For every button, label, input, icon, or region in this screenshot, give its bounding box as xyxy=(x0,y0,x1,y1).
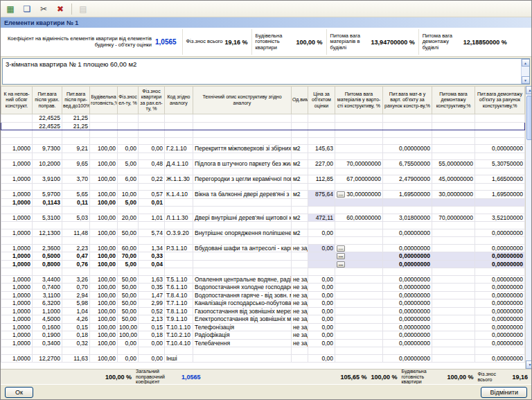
cell-d1[interactable] xyxy=(432,347,475,355)
ellipsis-button[interactable]: ... xyxy=(337,245,345,252)
cell-d1[interactable] xyxy=(432,284,475,292)
cell-w1[interactable]: 22,4525 xyxy=(33,122,62,130)
cell-desc[interactable]: Вікна та балконні двері дерев'яні з розд… xyxy=(193,191,292,199)
cell-we[interactable]: 50,00 xyxy=(118,307,139,315)
cell-code[interactable] xyxy=(165,130,193,138)
cell-w2[interactable]: 0,11 xyxy=(62,198,90,207)
cell-m1[interactable]: ... xyxy=(335,260,383,268)
cell-d1[interactable] xyxy=(432,122,475,130)
cell-unit[interactable] xyxy=(292,268,308,276)
cell-wa[interactable] xyxy=(139,137,165,145)
cell-unit[interactable] xyxy=(292,222,308,229)
cell-d2[interactable] xyxy=(475,183,525,191)
cell-d1[interactable]: 45,00000000 xyxy=(432,175,475,184)
cell-w1[interactable]: 0,8000 xyxy=(33,260,62,268)
cell-m2[interactable] xyxy=(383,183,432,191)
cell-d1[interactable] xyxy=(432,237,475,245)
cell-desc[interactable] xyxy=(193,153,292,160)
cell-rdy[interactable]: 100,00 xyxy=(90,175,118,184)
cell-code[interactable] xyxy=(165,260,193,268)
cell-k[interactable] xyxy=(1,137,33,145)
column-header[interactable]: Код згідно аналогу xyxy=(165,87,193,114)
cell-k[interactable]: 1,0000 xyxy=(1,214,33,222)
cell-desc[interactable] xyxy=(193,207,292,214)
cell-desc[interactable] xyxy=(193,198,292,207)
cell-k[interactable]: 1,0000 xyxy=(1,229,33,237)
cell-w1[interactable]: 9,7300 xyxy=(33,145,62,153)
cell-m1[interactable] xyxy=(335,229,383,237)
cell-rdy[interactable] xyxy=(90,168,118,175)
scroll-up-icon[interactable]: ▲ xyxy=(526,86,531,94)
cell-d1[interactable] xyxy=(432,299,475,308)
cell-m2[interactable]: 0,00000000 xyxy=(383,260,432,268)
cell-code[interactable] xyxy=(165,207,193,214)
cell-code[interactable]: О.3.9.20 xyxy=(165,229,193,237)
cell-unit[interactable]: не зад xyxy=(292,339,308,347)
cell-m1[interactable] xyxy=(335,237,383,245)
cell-desc[interactable] xyxy=(193,260,292,268)
cell-we[interactable]: 5,00 xyxy=(118,260,139,268)
cell-unit[interactable]: не зад xyxy=(292,315,308,324)
cell-m2[interactable] xyxy=(383,198,432,207)
cell-wa[interactable]: 2,99 xyxy=(139,299,165,308)
cell-desc[interactable]: Підлога в штучного паркету без жилок, з … xyxy=(193,160,292,168)
cell-k[interactable] xyxy=(1,268,33,276)
cell-d1[interactable] xyxy=(432,291,475,299)
cell-w1[interactable]: 0,1600 xyxy=(33,323,62,331)
cell-k[interactable] xyxy=(1,237,33,245)
cell-k[interactable] xyxy=(1,183,33,191)
cell-d2[interactable]: 0,00000000 xyxy=(475,229,525,237)
cell-code[interactable] xyxy=(165,198,193,207)
cell-code[interactable] xyxy=(165,222,193,229)
cell-d1[interactable] xyxy=(432,315,475,324)
cell-we[interactable]: 50,00 xyxy=(118,229,139,237)
cell-k[interactable]: 1,0000 xyxy=(1,291,33,299)
cell-code[interactable] xyxy=(165,153,193,160)
cell-unit[interactable]: не зад xyxy=(292,291,308,299)
cell-k[interactable] xyxy=(1,347,33,355)
cell-unit[interactable]: м2 xyxy=(292,191,308,199)
cell-rdy[interactable]: 100,00 xyxy=(90,307,118,315)
cell-w2[interactable] xyxy=(62,237,90,245)
cell-price[interactable] xyxy=(308,252,335,261)
cell-price[interactable] xyxy=(308,114,335,123)
cell-m2[interactable]: 1,69500000 xyxy=(383,191,432,199)
cell-d1[interactable] xyxy=(432,153,475,160)
cell-w1[interactable]: 5,9700 xyxy=(33,191,62,199)
scroll-thumb[interactable] xyxy=(526,96,531,140)
cell-we[interactable] xyxy=(118,168,139,175)
cell-m2[interactable] xyxy=(383,137,432,145)
cell-rdy[interactable]: 100,00 xyxy=(90,145,118,153)
cell-m1[interactable] xyxy=(335,122,383,130)
cell-d1[interactable] xyxy=(432,275,475,284)
cell-price[interactable] xyxy=(308,122,335,130)
cell-d2[interactable] xyxy=(475,222,525,229)
cell-k[interactable] xyxy=(1,207,33,214)
column-header[interactable]: Питома вага демонтажу конструктиву,% xyxy=(432,87,475,114)
cell-code[interactable]: Р.3.1.10 xyxy=(165,244,193,252)
cell-desc[interactable]: Внутрішнє опорядження поліпшене xyxy=(193,229,292,237)
cell-price[interactable]: 0,00 xyxy=(308,307,335,315)
cell-d1[interactable] xyxy=(432,260,475,268)
cell-price[interactable] xyxy=(308,130,335,138)
cell-d2[interactable]: 0,00000000 xyxy=(475,275,525,284)
cell-code[interactable] xyxy=(165,268,193,276)
column-header[interactable]: Пит.вага після урах. поправ. xyxy=(33,87,62,114)
cell-we[interactable]: 6,00 xyxy=(118,175,139,184)
cell-desc[interactable] xyxy=(193,114,292,123)
cell-unit[interactable] xyxy=(292,130,308,138)
cell-d1[interactable] xyxy=(432,145,475,153)
cell-k[interactable] xyxy=(1,153,33,160)
cell-rdy[interactable]: 100,00 xyxy=(90,331,118,340)
cell-price[interactable] xyxy=(308,168,335,175)
cell-d2[interactable]: 0,00000000 xyxy=(475,307,525,315)
cell-code[interactable]: Т.7.1.10 xyxy=(165,299,193,308)
cell-rdy[interactable] xyxy=(90,137,118,145)
cell-desc[interactable]: Телефонізація xyxy=(193,323,292,331)
cell-rdy[interactable]: 100,00 xyxy=(90,291,118,299)
cell-we[interactable]: 0,00 xyxy=(118,145,139,153)
cell-k[interactable] xyxy=(1,122,33,130)
cell-rdy[interactable]: 100,00 xyxy=(90,339,118,347)
cell-d2[interactable] xyxy=(475,347,525,355)
cell-desc[interactable] xyxy=(193,183,292,191)
